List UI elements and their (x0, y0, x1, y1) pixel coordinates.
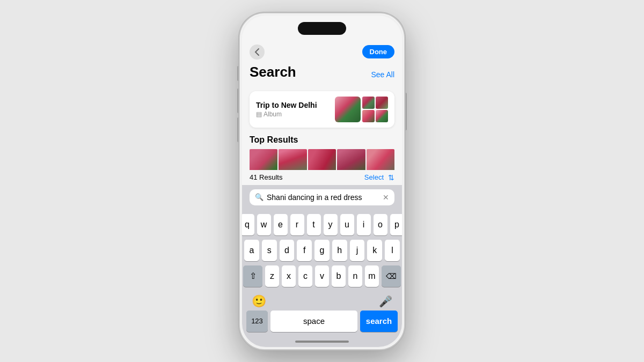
key-h[interactable]: h (332, 240, 347, 261)
key-d[interactable]: d (280, 240, 295, 261)
phone-body: Done Search See All Trip to New Delhi (239, 12, 405, 350)
key-g[interactable]: g (314, 240, 330, 261)
key-t[interactable]: t (307, 214, 321, 235)
photo-cell-1[interactable] (250, 149, 277, 170)
phone-screen: Done Search See All Trip to New Delhi (242, 16, 402, 347)
emoji-icon[interactable]: 🙂 (252, 294, 266, 308)
keyboard-row-3: ⇧ z x c v b n m ⌫ (244, 265, 400, 287)
home-bar (295, 341, 349, 343)
mic-icon[interactable]: 🎤 (379, 295, 392, 308)
album-subtitle: ▤ Album (256, 110, 317, 118)
back-button[interactable] (250, 45, 265, 60)
key-l[interactable]: l (385, 240, 400, 261)
nav-bar: Done (242, 42, 402, 64)
dynamic-island (298, 22, 346, 35)
key-i[interactable]: i (357, 214, 371, 235)
key-j[interactable]: j (350, 240, 365, 261)
key-s[interactable]: s (262, 240, 277, 261)
photo-grid (250, 149, 394, 170)
key-k[interactable]: k (367, 240, 382, 261)
key-q[interactable]: q (242, 214, 254, 235)
keyboard-row-2: a s d f g h j k l (244, 240, 400, 261)
search-key[interactable]: search (360, 311, 398, 332)
album-thumbnails (335, 97, 388, 122)
key-v[interactable]: v (315, 265, 329, 287)
select-button[interactable]: Select (364, 173, 384, 181)
page-title: Search (250, 64, 296, 80)
sort-icon[interactable]: ⇅ (388, 173, 394, 182)
thumb-small-1 (362, 97, 375, 109)
numbers-key[interactable]: 123 (246, 311, 268, 332)
content-area: Search See All Trip to New Delhi ▤ Album (242, 64, 402, 347)
thumb-small-4 (376, 110, 388, 122)
album-card[interactable]: Trip to New Delhi ▤ Album (250, 91, 394, 128)
album-title: Trip to New Delhi (256, 101, 317, 109)
search-icon: 🔍 (255, 193, 264, 201)
key-c[interactable]: c (298, 265, 312, 287)
keyboard-accessory-row: 🙂 🎤 (244, 291, 400, 311)
photo-cell-5[interactable] (367, 149, 394, 170)
power-button[interactable] (405, 93, 407, 130)
photo-cell-2[interactable] (279, 149, 306, 170)
thumb-large (335, 97, 361, 122)
key-e[interactable]: e (274, 214, 288, 235)
album-info: Trip to New Delhi ▤ Album (256, 101, 317, 118)
results-count: 41 Results (250, 173, 282, 181)
key-m[interactable]: m (365, 265, 379, 287)
see-all-link[interactable]: See All (371, 70, 394, 79)
key-o[interactable]: o (374, 214, 387, 235)
search-query-text: Shani dancing in a red dress (267, 193, 379, 202)
key-b[interactable]: b (332, 265, 346, 287)
key-a[interactable]: a (244, 240, 259, 261)
keyboard-row-1: q w e r t y u i o p (244, 214, 400, 235)
scroll-content: Search See All Trip to New Delhi ▤ Album (242, 64, 402, 170)
done-button[interactable]: Done (362, 45, 395, 58)
key-u[interactable]: u (340, 214, 354, 235)
photo-cell-4[interactable] (337, 149, 365, 170)
thumb-grid (362, 97, 388, 122)
key-n[interactable]: n (348, 265, 362, 287)
clear-button[interactable]: ✕ (383, 193, 389, 202)
keyboard-bottom-row: 123 space search (244, 311, 400, 332)
photo-cell-3[interactable] (308, 149, 336, 170)
key-p[interactable]: p (390, 214, 402, 235)
search-bar-container: 🔍 Shani dancing in a red dress ✕ (242, 185, 402, 210)
home-indicator (242, 336, 402, 347)
section-title: Top Results (250, 135, 394, 145)
shift-key[interactable]: ⇧ (243, 265, 262, 287)
results-actions: Select ⇅ (364, 173, 394, 182)
key-w[interactable]: w (257, 214, 271, 235)
key-x[interactable]: x (282, 265, 296, 287)
keyboard: q w e r t y u i o p a s (242, 210, 402, 336)
space-key[interactable]: space (270, 311, 357, 332)
see-all-row: Search See All (250, 64, 394, 86)
key-y[interactable]: y (324, 214, 338, 235)
album-type: Album (264, 110, 282, 118)
search-bar[interactable]: 🔍 Shani dancing in a red dress ✕ (250, 189, 394, 205)
key-z[interactable]: z (265, 265, 279, 287)
phone-wrapper: Done Search See All Trip to New Delhi (239, 12, 405, 350)
thumb-small-2 (376, 97, 388, 109)
delete-key[interactable]: ⌫ (382, 265, 401, 287)
key-r[interactable]: r (290, 214, 304, 235)
album-icon: ▤ (256, 110, 262, 118)
key-f[interactable]: f (297, 240, 312, 261)
thumb-small-3 (362, 110, 375, 122)
results-bar: 41 Results Select ⇅ (242, 170, 402, 185)
